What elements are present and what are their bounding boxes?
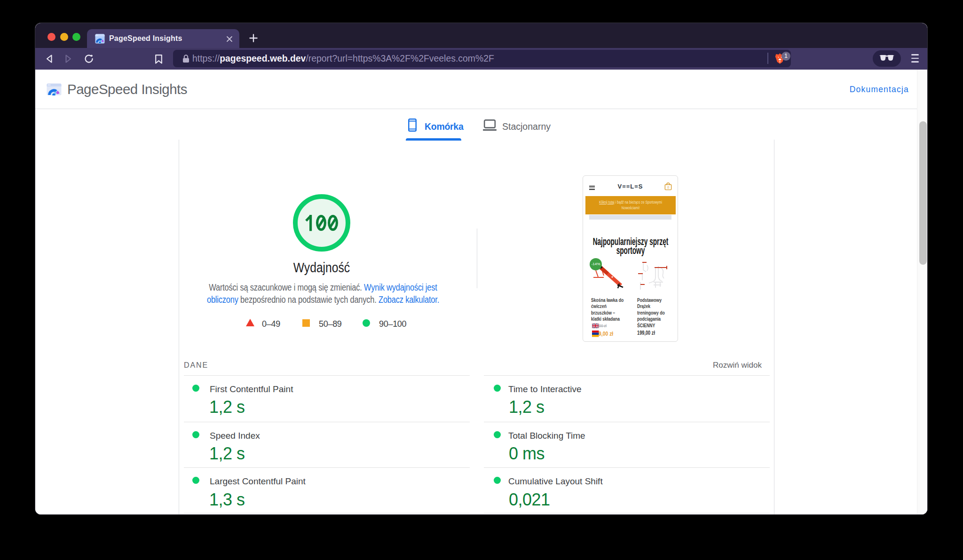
svg-text:0: 0 <box>667 186 669 189</box>
